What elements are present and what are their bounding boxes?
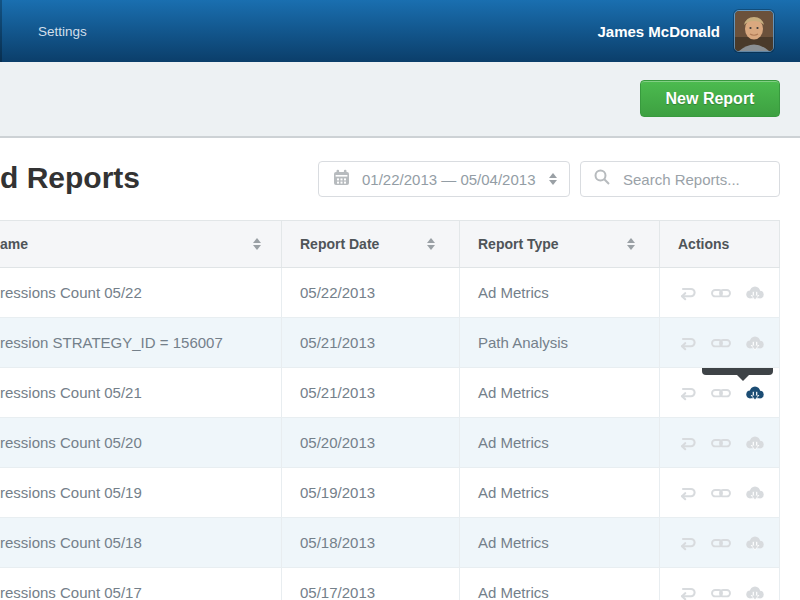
table-row: ressions Count 05/20 05/20/2013 Ad Metri… xyxy=(0,418,780,468)
report-name: ressions Count 05/19 xyxy=(0,468,282,517)
link-icon[interactable] xyxy=(710,282,732,304)
table-row: ression STRATEGY_ID = 156007 05/21/2013 … xyxy=(0,318,780,368)
report-date: 05/21/2013 xyxy=(282,318,460,367)
rerun-icon[interactable] xyxy=(676,582,698,600)
tooltip-caret xyxy=(737,375,749,381)
column-header-actions: Actions xyxy=(660,221,780,267)
download-icon[interactable] xyxy=(744,332,766,354)
link-icon[interactable] xyxy=(710,382,732,404)
column-label: Report Type xyxy=(478,236,559,252)
rerun-icon[interactable] xyxy=(676,432,698,454)
table-row: ressions Count 05/22 05/22/2013 Ad Metri… xyxy=(0,268,780,318)
sub-toolbar: New Report xyxy=(0,62,800,138)
reports-table: ame Report Date Report Type Actions ress… xyxy=(0,220,780,600)
row-actions xyxy=(660,518,780,567)
report-date: 05/21/2013 xyxy=(282,368,460,417)
sort-icon[interactable] xyxy=(627,238,635,250)
link-icon[interactable] xyxy=(710,532,732,554)
page-title: d Reports xyxy=(0,160,140,196)
new-report-button[interactable]: New Report xyxy=(640,80,780,117)
column-header-report-date[interactable]: Report Date xyxy=(282,221,460,267)
table-header: ame Report Date Report Type Actions xyxy=(0,220,780,268)
user-name: James McDonald xyxy=(597,23,720,40)
rerun-icon[interactable] xyxy=(676,382,698,404)
calendar-icon xyxy=(333,169,350,190)
report-name: ressions Count 05/20 xyxy=(0,418,282,467)
link-icon[interactable] xyxy=(710,332,732,354)
table-row: ressions Count 05/18 05/18/2013 Ad Metri… xyxy=(0,518,780,568)
row-actions: Download xyxy=(660,368,780,417)
row-actions xyxy=(660,418,780,467)
sort-icon[interactable] xyxy=(253,238,261,250)
link-icon[interactable] xyxy=(710,582,732,600)
row-actions xyxy=(660,268,780,317)
download-icon[interactable] xyxy=(744,532,766,554)
report-name: ressions Count 05/17 xyxy=(0,568,282,600)
report-name: ressions Count 05/21 xyxy=(0,368,282,417)
row-actions xyxy=(660,568,780,600)
table-row: ressions Count 05/21 05/21/2013 Ad Metri… xyxy=(0,368,780,418)
column-label: Actions xyxy=(678,236,729,252)
row-actions xyxy=(660,468,780,517)
user-menu[interactable]: James McDonald xyxy=(597,0,774,62)
download-icon[interactable] xyxy=(744,432,766,454)
column-header-name[interactable]: ame xyxy=(0,221,282,267)
row-actions xyxy=(660,318,780,367)
download-icon[interactable]: Download xyxy=(744,382,766,404)
report-type: Ad Metrics xyxy=(460,468,660,517)
report-date: 05/17/2013 xyxy=(282,568,460,600)
user-avatar[interactable] xyxy=(734,10,774,52)
report-date: 05/18/2013 xyxy=(282,518,460,567)
download-icon[interactable] xyxy=(744,582,766,600)
column-label: Report Date xyxy=(300,236,379,252)
top-navbar: Settings James McDonald xyxy=(0,0,800,62)
tooltip-text: Download xyxy=(711,368,764,371)
search-input[interactable] xyxy=(621,170,769,189)
report-type: Ad Metrics xyxy=(460,268,660,317)
sort-icon[interactable] xyxy=(427,238,435,250)
report-type: Path Analysis xyxy=(460,318,660,367)
report-name: ressions Count 05/22 xyxy=(0,268,282,317)
rerun-icon[interactable] xyxy=(676,532,698,554)
settings-label: Settings xyxy=(38,24,87,39)
column-label: ame xyxy=(0,236,28,252)
date-stepper-icon[interactable] xyxy=(549,173,557,185)
rerun-icon[interactable] xyxy=(676,332,698,354)
date-range-picker[interactable]: 01/22/2013 — 05/04/2013 xyxy=(318,161,570,197)
report-name: ression STRATEGY_ID = 156007 xyxy=(0,318,282,367)
avatar-photo xyxy=(735,11,773,51)
column-header-report-type[interactable]: Report Type xyxy=(460,221,660,267)
report-date: 05/20/2013 xyxy=(282,418,460,467)
report-date: 05/22/2013 xyxy=(282,268,460,317)
rerun-icon[interactable] xyxy=(676,282,698,304)
report-type: Ad Metrics xyxy=(460,568,660,600)
rerun-icon[interactable] xyxy=(676,482,698,504)
date-range-value: 01/22/2013 — 05/04/2013 xyxy=(362,171,549,188)
search-icon xyxy=(593,168,611,190)
download-icon[interactable] xyxy=(744,482,766,504)
app-window: Settings James McDonald New Report d xyxy=(0,0,800,600)
settings-nav-item[interactable]: Settings xyxy=(38,0,87,62)
report-type: Ad Metrics xyxy=(460,368,660,417)
link-icon[interactable] xyxy=(710,432,732,454)
table-row: ressions Count 05/17 05/17/2013 Ad Metri… xyxy=(0,568,780,600)
report-type: Ad Metrics xyxy=(460,518,660,567)
table-body: ressions Count 05/22 05/22/2013 Ad Metri… xyxy=(0,268,780,600)
report-type: Ad Metrics xyxy=(460,418,660,467)
report-name: ressions Count 05/18 xyxy=(0,518,282,567)
table-row: ressions Count 05/19 05/19/2013 Ad Metri… xyxy=(0,468,780,518)
download-icon[interactable] xyxy=(744,282,766,304)
report-date: 05/19/2013 xyxy=(282,468,460,517)
download-tooltip: Download xyxy=(702,368,773,375)
search-box xyxy=(580,161,780,197)
link-icon[interactable] xyxy=(710,482,732,504)
